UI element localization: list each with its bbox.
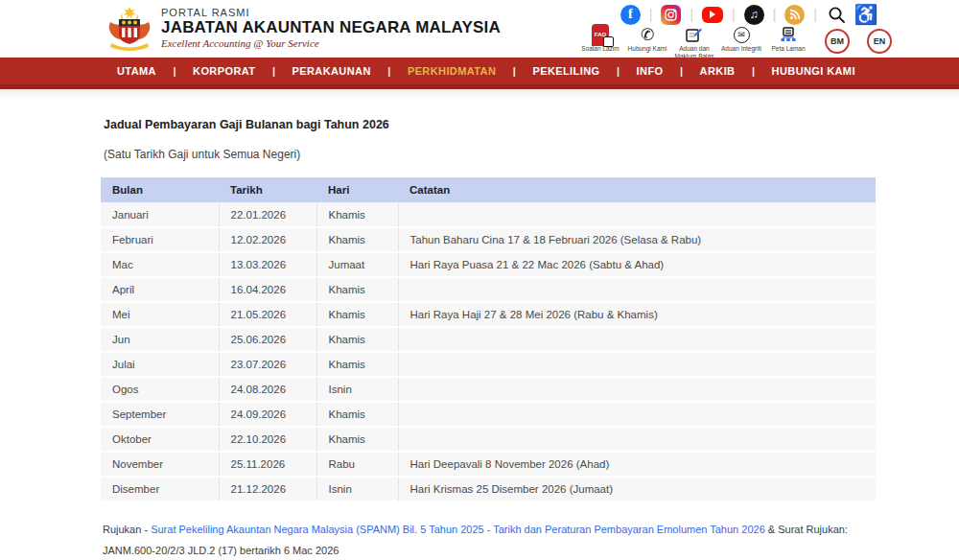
tiktok-icon[interactable]: ♫ xyxy=(744,5,764,25)
cell-bulan: Jun xyxy=(101,327,219,352)
quick-link-phone[interactable]: ✆Hubungi Kami xyxy=(627,26,667,60)
reference-prefix: Rujukan - xyxy=(103,524,151,535)
cell-tarikh: 25.11.2026 xyxy=(219,452,316,477)
cell-bulan: Oktober xyxy=(101,427,219,452)
rss-icon[interactable] xyxy=(784,5,805,25)
cell-bulan: November xyxy=(101,452,219,477)
reference-note: Rujukan - Surat Pekeliling Akauntan Nega… xyxy=(103,519,881,560)
icon-separator: | xyxy=(813,5,817,24)
cell-tarikh: 22.01.2026 xyxy=(219,202,316,227)
nav-item-pekeliling[interactable]: PEKELILING xyxy=(532,65,599,77)
phone-icon: ✆ xyxy=(641,26,654,44)
cell-tarikh: 24.08.2026 xyxy=(219,377,316,402)
sitemap-icon xyxy=(780,26,797,44)
nav-item-hubungi-kami[interactable]: HUBUNGI KAMI xyxy=(772,65,855,77)
nav-separator: | xyxy=(617,65,620,77)
quick-link-sitemap[interactable]: Peta Laman xyxy=(768,26,808,60)
icon-separator: | xyxy=(732,5,736,24)
table-row: Disember21.12.2026IsninHari Krismas 25 D… xyxy=(101,477,876,502)
cell-catatan: Hari Krismas 25 Disember 2026 (Jumaat) xyxy=(398,477,876,502)
icon-separator: | xyxy=(690,5,693,24)
cell-bulan: Mac xyxy=(101,252,219,277)
instagram-icon[interactable] xyxy=(661,5,681,25)
cell-tarikh: 25.06.2026 xyxy=(219,327,316,352)
nav-separator: | xyxy=(752,65,755,77)
icon-separator: | xyxy=(649,5,653,24)
site-logo[interactable]: PORTAL RASMI JABATAN AKAUNTAN NEGARA MAL… xyxy=(105,5,501,51)
language-button-en[interactable]: EN xyxy=(867,29,892,54)
quick-link-label: Peta Laman xyxy=(771,45,805,53)
faq-icon: FAQ xyxy=(592,26,609,44)
social-icons-row: f|||♫||♿ xyxy=(620,4,877,25)
language-button-bm[interactable]: BM xyxy=(825,29,850,54)
portal-page: Butiran 09 Mac 2026 15490126 PORTAL RASM… xyxy=(0,0,959,560)
org-name: JABATAN AKAUNTAN NEGARA MALAYSIA xyxy=(161,18,501,37)
cell-hari: Khamis xyxy=(316,227,398,252)
nav-shadow xyxy=(0,89,959,99)
cell-tarikh: 12.02.2026 xyxy=(219,227,316,252)
site-header: PORTAL RASMI JABATAN AKAUNTAN NEGARA MAL… xyxy=(0,0,959,58)
salary-schedule-table: BulanTarikhHariCatatan Januari22.01.2026… xyxy=(101,177,876,502)
cell-tarikh: 21.05.2026 xyxy=(219,302,316,327)
cell-catatan xyxy=(398,327,876,352)
table-row: Jun25.06.2026Khamis xyxy=(101,327,876,352)
table-row: Julai23.07.2026Khamis xyxy=(101,352,876,377)
quick-link-integrity[interactable]: ✉Aduan Integriti xyxy=(721,26,761,60)
nav-item-arkib[interactable]: ARKIB xyxy=(700,65,736,77)
facebook-icon[interactable]: f xyxy=(620,5,641,25)
table-header-row: BulanTarikhHariCatatan xyxy=(101,177,876,202)
column-header-hari: Hari xyxy=(316,177,398,202)
cell-catatan xyxy=(398,202,876,227)
cell-catatan: Tahun Baharu Cina 17 & 18 Februari 2026 … xyxy=(398,227,876,252)
cell-hari: Khamis xyxy=(316,302,398,327)
language-switcher: BMEN xyxy=(825,29,892,54)
quick-link-faq[interactable]: FAQSoalan Lazim xyxy=(580,26,620,60)
cell-catatan xyxy=(398,427,876,452)
cell-bulan: Februari xyxy=(101,227,219,252)
cell-hari: Khamis xyxy=(316,202,398,227)
search-icon[interactable] xyxy=(826,4,847,25)
cell-bulan: Disember xyxy=(101,477,219,502)
table-row: Januari22.01.2026Khamis xyxy=(101,202,876,227)
quick-link-feedback[interactable]: Aduan dan Maklum Balas xyxy=(674,26,714,60)
cell-hari: Khamis xyxy=(316,277,398,302)
column-header-tarikh: Tarikh xyxy=(219,177,316,202)
cell-tarikh: 23.07.2026 xyxy=(219,352,316,377)
table-row: Mei21.05.2026KhamisHari Raya Haji 27 & 2… xyxy=(101,302,876,327)
nav-item-korporat[interactable]: KORPORAT xyxy=(193,65,255,77)
accessibility-icon[interactable]: ♿ xyxy=(855,4,877,25)
cell-tarikh: 21.12.2026 xyxy=(219,477,316,502)
cell-hari: Khamis xyxy=(316,327,398,352)
table-row: September24.09.2026Khamis xyxy=(101,402,876,427)
cell-bulan: Januari xyxy=(101,202,219,227)
quick-link-label: Hubungi Kami xyxy=(628,45,667,53)
page-subtitle: (Satu Tarikh Gaji untuk Semua Negeri) xyxy=(104,148,300,161)
nav-separator: | xyxy=(387,65,390,77)
nav-separator: | xyxy=(173,65,175,77)
cell-hari: Khamis xyxy=(316,427,398,452)
cell-catatan xyxy=(398,402,876,427)
cell-hari: Isnin xyxy=(316,377,398,402)
feedback-icon xyxy=(686,26,703,44)
table-row: Mac13.03.2026JumaatHari Raya Puasa 21 & … xyxy=(101,252,876,277)
cell-catatan xyxy=(398,352,876,377)
integrity-icon: ✉ xyxy=(734,26,750,44)
spanm-circular-link[interactable]: Surat Pekeliling Akauntan Negara Malaysi… xyxy=(151,524,765,535)
nav-item-perakaunan[interactable]: PERAKAUNAN xyxy=(292,65,371,77)
quick-link-label: Aduan Integriti xyxy=(721,45,761,53)
nav-separator: | xyxy=(680,65,683,77)
cell-catatan xyxy=(398,277,876,302)
nav-item-utama[interactable]: UTAMA xyxy=(117,65,156,77)
cell-tarikh: 16.04.2026 xyxy=(219,277,316,302)
cell-catatan: Hari Raya Puasa 21 & 22 Mac 2026 (Sabtu … xyxy=(398,252,876,277)
cell-hari: Jumaat xyxy=(316,252,398,277)
nav-separator: | xyxy=(513,65,516,77)
nav-item-info[interactable]: INFO xyxy=(637,65,664,77)
cell-hari: Rabu xyxy=(316,452,398,477)
org-tagline: Excellent Accounting @ Your Service xyxy=(161,37,501,49)
nav-item-perkhidmatan[interactable]: PERKHIDMATAN xyxy=(408,65,496,77)
youtube-icon[interactable] xyxy=(702,7,723,23)
table-row: April16.04.2026Khamis xyxy=(101,277,876,302)
cell-hari: Khamis xyxy=(316,402,398,427)
column-header-bulan: Bulan xyxy=(101,177,219,202)
